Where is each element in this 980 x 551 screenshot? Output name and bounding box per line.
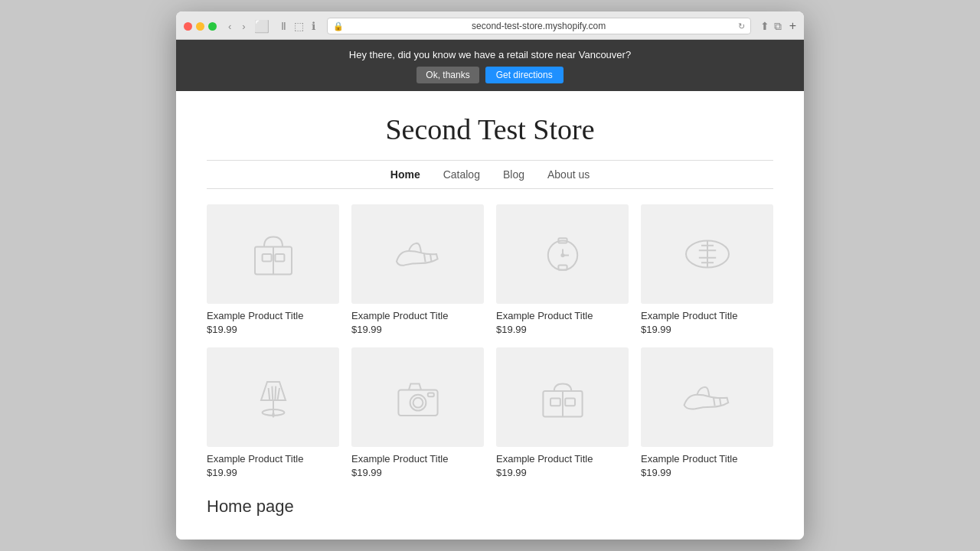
product-card[interactable]: Example Product Title $19.99 [207, 347, 339, 478]
product-image [496, 204, 629, 304]
product-card[interactable]: Example Product Title $19.99 [496, 347, 629, 478]
svg-rect-29 [550, 399, 560, 406]
svg-rect-8 [558, 265, 567, 269]
tab-overview-button[interactable]: ⬚ [292, 19, 306, 33]
duplicate-tab-button[interactable]: ⧉ [774, 20, 782, 33]
refresh-button[interactable]: ↻ [738, 21, 745, 31]
store-title: Second Test Store [207, 91, 773, 160]
browser-content: Hey there, did you know we have a retail… [176, 40, 804, 540]
svg-line-20 [268, 388, 270, 399]
product-image [207, 204, 339, 304]
forward-button[interactable]: › [240, 20, 247, 33]
minimize-button[interactable] [196, 22, 204, 31]
svg-rect-24 [398, 390, 437, 416]
product-title: Example Product Title [351, 310, 484, 321]
product-price: $19.99 [496, 324, 629, 335]
svg-rect-30 [565, 399, 575, 406]
svg-point-26 [413, 398, 423, 408]
lock-icon: 🔒 [333, 21, 344, 31]
svg-rect-27 [427, 393, 433, 396]
svg-line-23 [277, 388, 279, 399]
product-price: $19.99 [351, 324, 484, 335]
product-title: Example Product Title [641, 310, 773, 321]
product-title: Example Product Title [641, 453, 773, 465]
product-image [641, 347, 773, 447]
product-card[interactable]: Example Product Title $19.99 [641, 347, 773, 478]
toolbar-icons: Ⅱ ⬚ ℹ [279, 19, 318, 33]
product-card[interactable]: Example Product Title $19.99 [351, 347, 484, 478]
product-title: Example Product Title [207, 310, 339, 321]
announcement-text: Hey there, did you know we have a retail… [191, 49, 789, 60]
svg-line-21 [272, 386, 273, 400]
fullscreen-button[interactable] [208, 22, 217, 31]
product-price: $19.99 [207, 324, 339, 335]
store-nav: Home Catalog Blog About us [207, 160, 773, 189]
svg-point-11 [561, 254, 564, 256]
announcement-bar: Hey there, did you know we have a retail… [176, 40, 804, 91]
traffic-lights [184, 22, 217, 31]
address-bar[interactable] [327, 18, 751, 34]
reader-view-button[interactable]: Ⅱ [279, 19, 289, 33]
nav-catalog[interactable]: Catalog [443, 168, 480, 181]
product-card[interactable]: Example Product Title $19.99 [351, 204, 484, 335]
product-title: Example Product Title [207, 453, 339, 465]
store-content: Second Test Store Home Catalog Blog Abou… [176, 91, 804, 540]
nav-blog[interactable]: Blog [503, 168, 524, 181]
nav-home[interactable]: Home [390, 168, 420, 181]
sidebar-button[interactable]: ⬜ [254, 19, 270, 34]
product-image [351, 347, 484, 447]
product-price: $19.99 [641, 467, 773, 478]
product-title: Example Product Title [351, 453, 484, 465]
svg-line-33 [720, 398, 721, 406]
announcement-buttons: Ok, thanks Get directions [191, 67, 789, 83]
product-price: $19.99 [207, 467, 339, 478]
chrome-actions: ⬆ ⧉ [760, 20, 782, 33]
svg-rect-1 [262, 254, 271, 262]
browser-chrome: ‹ › ⬜ Ⅱ ⬚ ℹ 🔒 ↻ ⬆ ⧉ + [176, 11, 804, 40]
product-grid: Example Product Title $19.99 [207, 204, 773, 478]
address-bar-wrapper: 🔒 ↻ [327, 18, 751, 34]
svg-line-22 [275, 386, 276, 400]
product-image [641, 204, 773, 304]
product-card[interactable]: Example Product Title $19.99 [496, 204, 629, 335]
product-card[interactable]: Example Product Title $19.99 [207, 204, 339, 335]
svg-line-32 [714, 398, 715, 406]
nav-about[interactable]: About us [547, 168, 590, 181]
product-image [351, 204, 484, 304]
svg-line-4 [424, 254, 426, 262]
get-directions-button[interactable]: Get directions [485, 67, 564, 83]
svg-rect-2 [275, 254, 284, 262]
product-price: $19.99 [351, 467, 484, 478]
product-image [496, 347, 629, 447]
product-card[interactable]: Example Product Title $19.99 [641, 204, 773, 335]
close-button[interactable] [184, 22, 192, 31]
new-tab-button[interactable]: + [789, 19, 796, 33]
product-title: Example Product Title [496, 310, 629, 321]
product-title: Example Product Title [496, 453, 629, 465]
product-price: $19.99 [641, 324, 773, 335]
svg-line-5 [430, 254, 432, 262]
product-price: $19.99 [496, 467, 629, 478]
back-button[interactable]: ‹ [226, 20, 234, 33]
browser-window: ‹ › ⬜ Ⅱ ⬚ ℹ 🔒 ↻ ⬆ ⧉ + Hey there, did you… [176, 11, 804, 540]
share-button[interactable]: ⬆ [760, 20, 769, 33]
ok-thanks-button[interactable]: Ok, thanks [416, 67, 479, 83]
product-image [207, 347, 339, 447]
page-info-button[interactable]: ℹ [309, 19, 318, 33]
home-page-heading: Home page [207, 494, 773, 524]
